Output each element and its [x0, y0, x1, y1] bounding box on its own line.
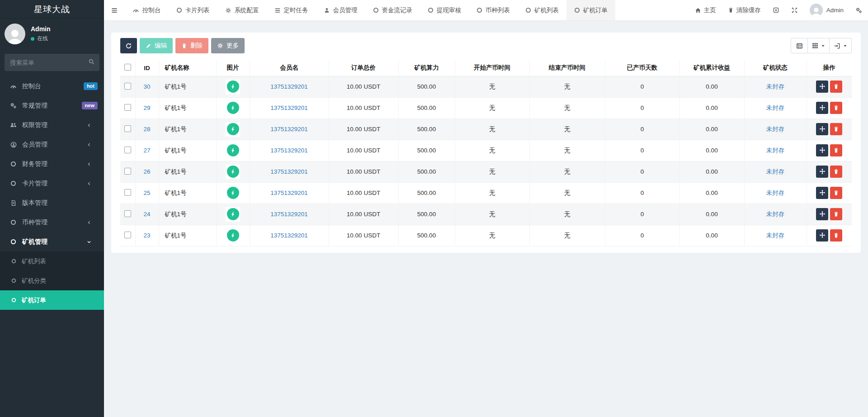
sidebar-item-7[interactable]: 版本管理 [0, 193, 104, 213]
sidebar-item-5[interactable]: 财务管理 [0, 154, 104, 174]
status-link[interactable]: 未封存 [766, 104, 785, 111]
miner-image[interactable] [226, 186, 240, 200]
file-icon [9, 200, 17, 206]
order-id-link[interactable]: 25 [143, 190, 150, 196]
delete-button[interactable]: 删除 [175, 38, 208, 53]
submenu-item-2[interactable]: 矿机分类 [0, 271, 104, 290]
lock-screen-button[interactable] [767, 0, 785, 20]
status-link[interactable]: 未封存 [766, 147, 785, 154]
member-link[interactable]: 13751329201 [270, 211, 308, 218]
miner-image[interactable] [226, 143, 240, 158]
sidebar-item-3[interactable]: 权限管理 [0, 115, 104, 135]
member-link[interactable]: 13751329201 [270, 126, 308, 133]
home-button[interactable]: 主页 [689, 0, 722, 20]
fullscreen-button[interactable] [785, 0, 804, 20]
view-list-button[interactable] [791, 38, 808, 53]
miner-image[interactable] [226, 165, 240, 179]
nav-tab-7[interactable]: 提现审核 [420, 0, 469, 20]
clear-cache-button[interactable]: 清除缓存 [722, 0, 767, 20]
menu-search-input[interactable] [5, 54, 99, 71]
nav-tab-2[interactable]: 卡片列表 [169, 0, 217, 20]
row-checkbox[interactable] [124, 83, 131, 90]
topbar-user-menu[interactable]: Admin [804, 0, 849, 20]
cell-check [120, 204, 135, 225]
row-delete-button[interactable] [830, 229, 842, 242]
sidebar-toggle-button[interactable] [104, 0, 125, 20]
row-delete-button[interactable] [830, 81, 842, 93]
submenu-item-1[interactable]: 矿机列表 [0, 251, 104, 271]
member-link[interactable]: 13751329201 [270, 190, 308, 196]
sidebar-item-2[interactable]: 常规管理new [0, 96, 104, 115]
miner-image[interactable] [226, 207, 240, 222]
member-link[interactable]: 13751329201 [270, 147, 308, 154]
status-link[interactable]: 未封存 [766, 168, 785, 175]
submenu-item-3[interactable]: 矿机订单 [0, 290, 104, 310]
drag-move-button[interactable] [816, 144, 828, 156]
columns-toggle-button[interactable] [808, 38, 830, 53]
row-delete-button[interactable] [830, 123, 842, 135]
row-checkbox[interactable] [124, 210, 131, 217]
order-id-link[interactable]: 24 [143, 211, 150, 218]
trash-icon [728, 7, 734, 13]
member-link[interactable]: 13751329201 [270, 83, 308, 90]
row-delete-button[interactable] [830, 144, 842, 156]
row-delete-button[interactable] [830, 102, 842, 114]
row-checkbox[interactable] [124, 168, 131, 175]
drag-move-button[interactable] [816, 229, 828, 242]
status-link[interactable]: 未封存 [766, 126, 785, 133]
row-checkbox[interactable] [124, 104, 131, 111]
sidebar-item-1[interactable]: 控制台hot [0, 76, 104, 96]
row-delete-button[interactable] [830, 166, 842, 178]
nav-tab-9[interactable]: 矿机列表 [518, 0, 566, 20]
circle-icon [10, 259, 17, 264]
drag-move-button[interactable] [816, 166, 828, 178]
miner-image[interactable] [226, 122, 240, 137]
nav-tab-6[interactable]: 资金流记录 [365, 0, 420, 20]
drag-move-button[interactable] [816, 187, 828, 199]
more-button[interactable]: 更多 [211, 38, 245, 53]
status-link[interactable]: 未封存 [766, 211, 785, 218]
row-checkbox[interactable] [124, 147, 131, 153]
miner-image[interactable] [226, 80, 240, 94]
order-id-link[interactable]: 27 [143, 147, 150, 154]
select-all-checkbox[interactable] [124, 64, 131, 71]
order-id-link[interactable]: 30 [143, 83, 150, 90]
coin-bolt-icon [227, 187, 239, 199]
order-id-link[interactable]: 26 [143, 168, 150, 175]
drag-move-button[interactable] [816, 81, 828, 93]
nav-tab-3[interactable]: 系统配置 [217, 0, 267, 20]
sidebar-item-8[interactable]: 币种管理 [0, 213, 104, 232]
cell-end: 无 [529, 140, 605, 161]
row-delete-button[interactable] [830, 208, 842, 220]
settings-button[interactable] [849, 0, 868, 20]
drag-move-button[interactable] [816, 123, 828, 135]
sidebar-item-4[interactable]: 会员管理 [0, 135, 104, 154]
nav-tab-5[interactable]: 会员管理 [316, 0, 365, 20]
order-id-link[interactable]: 28 [143, 126, 150, 133]
export-button[interactable] [830, 38, 852, 53]
miner-image[interactable] [226, 101, 240, 115]
member-link[interactable]: 13751329201 [270, 232, 308, 239]
nav-tab-10[interactable]: 矿机订单 [566, 0, 615, 20]
member-link[interactable]: 13751329201 [270, 168, 308, 175]
nav-tab-4[interactable]: 定时任务 [267, 0, 316, 20]
drag-move-button[interactable] [816, 208, 828, 220]
nav-tab-8[interactable]: 币种列表 [469, 0, 518, 20]
edit-button[interactable]: 编辑 [140, 38, 173, 53]
sidebar-item-9[interactable]: 矿机管理 [0, 232, 104, 251]
nav-tab-1[interactable]: 控制台 [125, 0, 169, 20]
status-link[interactable]: 未封存 [766, 83, 785, 90]
miner-image[interactable] [226, 228, 240, 243]
sidebar-item-6[interactable]: 卡片管理 [0, 174, 104, 193]
row-checkbox[interactable] [124, 125, 131, 132]
row-checkbox[interactable] [124, 232, 131, 238]
row-checkbox[interactable] [124, 189, 131, 196]
order-id-link[interactable]: 23 [143, 232, 150, 239]
status-link[interactable]: 未封存 [766, 190, 785, 196]
member-link[interactable]: 13751329201 [270, 104, 308, 111]
refresh-button[interactable] [120, 38, 137, 53]
status-link[interactable]: 未封存 [766, 232, 785, 239]
drag-move-button[interactable] [816, 102, 828, 114]
row-delete-button[interactable] [830, 187, 842, 199]
order-id-link[interactable]: 29 [143, 104, 150, 111]
